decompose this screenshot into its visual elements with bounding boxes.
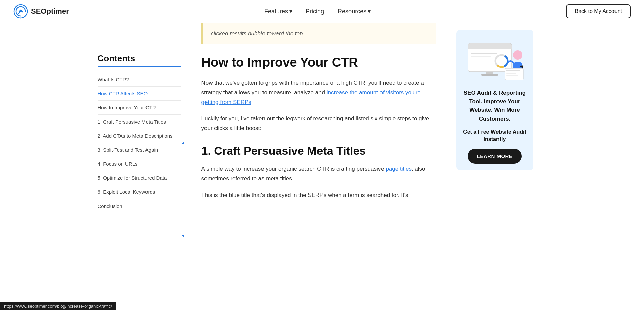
svg-rect-5 [471, 53, 497, 54]
sidebar-item-what-is-ctr[interactable]: What Is CTR? [98, 73, 181, 87]
main-layout: Contents What Is CTR? How CTR Affects SE… [87, 23, 557, 310]
sidebar-item-structured-data[interactable]: 5. Optimize for Structured Data [98, 171, 181, 185]
scroll-indicators: ▲ ▼ [181, 140, 186, 238]
status-bar: https://www.seoptimer.com/blog/increase-… [0, 302, 116, 310]
quote-block: clicked results bubble toward the top. [201, 23, 436, 44]
svg-rect-4 [468, 47, 512, 49]
sidebar-item-craft-meta-titles[interactable]: 1. Craft Persuasive Meta Titles [98, 115, 181, 129]
svg-rect-15 [506, 73, 516, 74]
logo-icon [13, 4, 28, 19]
learn-more-button[interactable]: LEARN MORE [468, 149, 522, 164]
chevron-down-icon-2: ▾ [368, 8, 371, 15]
svg-rect-10 [486, 72, 493, 74]
ad-title: SEO Audit & Reporting Tool. Improve Your… [463, 89, 527, 123]
back-to-account-button[interactable]: Back to My Account [566, 4, 631, 18]
nav-features[interactable]: Features ▾ [264, 8, 292, 15]
main-heading: How to Improve Your CTR [201, 55, 436, 70]
main-content: clicked results bubble toward the top. H… [188, 23, 450, 310]
svg-rect-6 [471, 56, 491, 57]
chevron-down-icon: ▾ [289, 8, 292, 15]
section-heading-1: 1. Craft Persuasive Meta Titles [201, 144, 436, 158]
status-url: https://www.seoptimer.com/blog/increase-… [4, 304, 112, 309]
scroll-down-arrow: ▼ [181, 233, 186, 238]
section-paragraph-1: A simple way to increase your organic se… [201, 164, 436, 184]
sidebar-item-how-to-improve-ctr[interactable]: How to Improve Your CTR [98, 101, 181, 115]
sidebar-item-split-test[interactable]: 3. Split-Test and Test Again [98, 143, 181, 157]
sidebar-item-how-ctr-affects-seo[interactable]: How CTR Affects SEO [98, 87, 181, 101]
intro-paragraph-1: Now that we've gotten to grips with the … [201, 78, 436, 107]
contents-sidebar: Contents What Is CTR? How CTR Affects SE… [94, 47, 188, 310]
sidebar-item-conclusion[interactable]: Conclusion [98, 199, 181, 213]
right-sidebar-ad: SEO Audit & Reporting Tool. Improve Your… [450, 23, 537, 310]
sidebar-item-add-ctas[interactable]: 2. Add CTAs to Meta Descriptions [98, 129, 181, 143]
ad-subtitle: Get a Free Website Audit Instantly [463, 128, 527, 143]
svg-rect-14 [506, 70, 520, 71]
ad-card: SEO Audit & Reporting Tool. Improve Your… [456, 30, 533, 170]
sidebar-item-local-keywords[interactable]: 6. Exploit Local Keywords [98, 185, 181, 199]
ad-illustration [461, 36, 528, 83]
svg-rect-11 [481, 74, 498, 76]
sidebar-title: Contents [98, 53, 181, 67]
svg-point-12 [513, 50, 522, 60]
page-titles-link[interactable]: page titles [386, 166, 412, 172]
logo-area: SEOptimer [13, 4, 69, 19]
logo-text: SEOptimer [31, 7, 69, 16]
section-paragraph-2: This is the blue title that's displayed … [201, 190, 436, 200]
svg-rect-16 [506, 75, 518, 76]
nav-pricing[interactable]: Pricing [306, 8, 324, 15]
header: SEOptimer Features ▾ Pricing Resources ▾… [0, 0, 644, 23]
scroll-up-arrow: ▲ [181, 140, 186, 145]
main-nav: Features ▾ Pricing Resources ▾ [264, 8, 371, 15]
nav-resources[interactable]: Resources ▾ [338, 8, 371, 15]
sidebar-item-focus-urls[interactable]: 4. Focus on URLs [98, 157, 181, 171]
intro-paragraph-2: Luckily for you, I've taken out the legw… [201, 114, 436, 133]
